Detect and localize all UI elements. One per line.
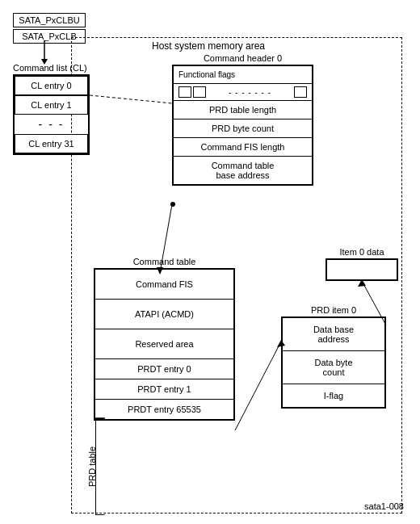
prdt-entry-65535-row: PRDT entry 65535	[95, 400, 233, 419]
prd-item-0: PRD item 0 Data baseaddress Data bytecou…	[281, 305, 386, 409]
reserved-area-row: Reserved area	[95, 329, 233, 359]
host-memory-label: Host system memory area	[152, 40, 265, 52]
sata-pxclbu-reg: SATA_PxCLBU	[13, 13, 86, 27]
prdt-entry-1-row: PRDT entry 1	[95, 379, 233, 400]
command-table-label: Command table	[94, 257, 235, 266]
data-base-address-row: Data baseaddress	[283, 318, 384, 351]
i-flag-row: I-flag	[283, 384, 384, 407]
data-byte-count-row: Data bytecount	[283, 351, 384, 384]
command-list: Command list (CL) CL entry 0 CL entry 1 …	[13, 63, 90, 155]
command-table-box: Command FIS ATAPI (ACMD) Reserved area P…	[94, 268, 235, 421]
prd-item-label: PRD item 0	[281, 305, 386, 315]
command-table: Command table Command FIS ATAPI (ACMD) R…	[94, 257, 235, 421]
cl-entry-31: CL entry 31	[15, 134, 88, 153]
command-header-box: Functional flags - - - - - - - PRD table…	[172, 65, 313, 186]
prd-bracket	[95, 418, 103, 515]
flag-box-1	[178, 86, 191, 98]
diagram-container: SATA_PxCLBU SATA_PxCLB Host system memor…	[6, 6, 412, 515]
atapi-acmd-row: ATAPI (ACMD)	[95, 300, 233, 329]
functional-flags-label: Functional flags	[178, 70, 235, 79]
item0-data-box	[326, 258, 398, 281]
cl-entry-1: CL entry 1	[15, 95, 88, 115]
item0-data: Item 0 data	[326, 247, 398, 281]
diagram-id: sata1-008	[364, 501, 404, 511]
functional-flags-row: Functional flags	[174, 66, 312, 84]
flag-dots: - - - - - - -	[208, 88, 292, 97]
command-list-box: CL entry 0 CL entry 1 - - - CL entry 31	[13, 74, 90, 155]
cl-entry-dots: - - -	[15, 115, 88, 134]
command-fis-row: Command FIS	[95, 270, 233, 300]
command-header: Command header 0 Functional flags - - - …	[172, 53, 313, 186]
flag-box-3	[294, 86, 307, 98]
prd-table-length-row: PRD table length	[174, 101, 312, 119]
prdt-entry-0-row: PRDT entry 0	[95, 359, 233, 379]
flag-box-2	[193, 86, 206, 98]
command-fis-length-row: Command FIS length	[174, 138, 312, 157]
command-table-base-address-row: Command tablebase address	[174, 157, 312, 184]
prd-byte-count-row: PRD byte count	[174, 119, 312, 138]
cl-entry-0: CL entry 0	[15, 76, 88, 95]
command-list-label: Command list (CL)	[13, 63, 90, 73]
item0-data-label: Item 0 data	[326, 247, 398, 257]
command-header-label: Command header 0	[172, 53, 313, 63]
prd-item-box: Data baseaddress Data bytecount I-flag	[281, 316, 386, 409]
